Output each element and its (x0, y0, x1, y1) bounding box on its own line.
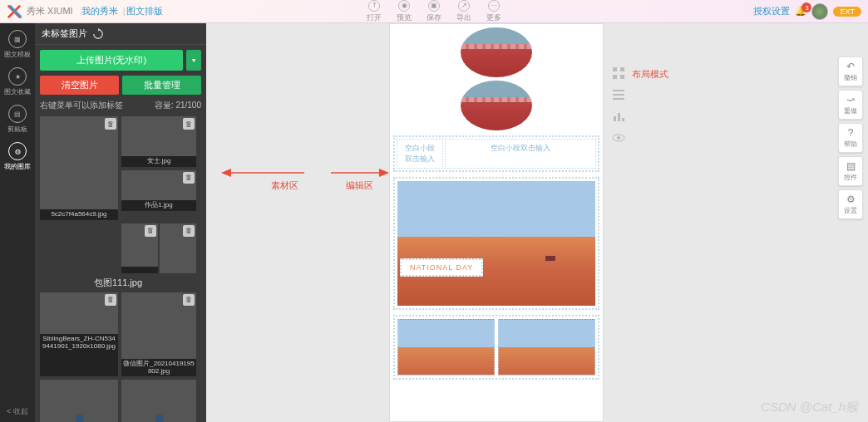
tool-export[interactable]: ↗导出 (456, 0, 471, 23)
svg-rect-9 (613, 94, 624, 96)
asset-item[interactable]: 🗑 (121, 223, 158, 273)
text-input-big[interactable]: 空白小段双击输入 (445, 139, 596, 169)
tool-save[interactable]: ▣保存 (427, 0, 441, 23)
batch-button[interactable]: 批量管理 (122, 76, 201, 95)
circle-image-2[interactable] (461, 81, 532, 130)
annotation-edit: 编辑区 (346, 179, 373, 192)
avatar[interactable] (811, 3, 828, 20)
svg-rect-4 (613, 67, 617, 71)
svg-marker-3 (379, 169, 389, 177)
refresh-icon[interactable] (92, 28, 104, 40)
brand-text: 秀米 XIUMI (27, 5, 73, 17)
asset-item[interactable]: 🗑微信图片_20210419195802.jpg (121, 292, 196, 377)
asset-item[interactable]: 🗑作品1.jpg (121, 170, 196, 211)
svg-rect-10 (613, 98, 624, 100)
main: ▦图文模板 ★图文收藏 ▤剪贴板 ◍我的图库 < 收起 未标签图片 上传图片(无… (0, 23, 868, 422)
panel-tip: 右键菜单可以添加标签 (40, 100, 123, 111)
article-editor[interactable]: 空白小段 双击输入 空白小段双击输入 NATIONAL DAY (389, 23, 604, 422)
left-rail: ▦图文模板 ★图文收藏 ▤剪贴板 ◍我的图库 < 收起 (0, 23, 35, 422)
asset-item[interactable]: 东野圭吾 盛夏方程式 (40, 380, 118, 422)
delete-icon[interactable]: 🗑 (105, 118, 116, 130)
svg-rect-11 (614, 116, 616, 121)
svg-rect-7 (620, 75, 624, 79)
tool-preview[interactable]: ◉预览 (397, 0, 412, 23)
annotation-material: 素材区 (271, 179, 298, 192)
logo-icon (7, 4, 22, 19)
rail-favorites[interactable]: ★图文收藏 (4, 64, 31, 100)
ext-pill: EXT (833, 7, 861, 17)
upload-dropdown[interactable]: ▾ (186, 50, 201, 71)
list-view-icon[interactable] (612, 88, 625, 101)
delete-icon[interactable]: 🗑 (105, 294, 116, 306)
eye-icon[interactable] (612, 131, 625, 145)
asset-item[interactable]: 🗑女士.jpg (121, 116, 196, 167)
panel-tab-untagged[interactable]: 未标签图片 (42, 27, 87, 40)
chart-icon[interactable] (612, 110, 625, 123)
svg-rect-13 (622, 118, 624, 121)
canvas-area: 排版方式库 素材区 编辑区 空白小段 双击输入 空白小段双击输入 NATIONA… (206, 23, 868, 422)
tool-open[interactable]: ⤒打开 (367, 0, 382, 23)
annotation-layout: 布局模式 (632, 68, 668, 81)
top-center-tools: ⤒打开 ◉预览 ▣保存 ↗导出 ⋯更多 (367, 0, 501, 23)
widgets-button[interactable]: ▤控件 (838, 156, 863, 186)
delete-icon[interactable]: 🗑 (183, 225, 195, 237)
side-tools (612, 66, 625, 145)
panel-tabs: 未标签图片 (35, 23, 206, 45)
top-bar: 秀米 XIUMI 我的秀米|图文排版 ⤒打开 ◉预览 ▣保存 ↗导出 ⋯更多 授… (0, 0, 868, 23)
redo-button[interactable]: ⤻重做 (838, 90, 863, 120)
link-editor[interactable]: 图文排版 (126, 6, 163, 16)
undo-button[interactable]: ↶撤销 (838, 56, 863, 86)
arrow-right-icon (331, 164, 389, 181)
svg-rect-8 (613, 90, 624, 91)
arrow-left-icon (221, 164, 304, 181)
delete-icon[interactable]: 🗑 (145, 225, 156, 237)
top-right: 授权设置 🔔3 EXT (753, 3, 861, 20)
rail-collapse[interactable]: < 收起 (7, 401, 28, 422)
svg-rect-6 (613, 75, 617, 79)
asset-item[interactable]: 🗑SiblingBears_ZH-CN5349441901_1920x1080.… (40, 292, 118, 377)
text-input-row: 空白小段 双击输入 空白小段双击输入 (393, 135, 599, 172)
photo-main[interactable] (397, 181, 595, 306)
rail-templates[interactable]: ▦图文模板 (4, 27, 31, 62)
delete-icon[interactable]: 🗑 (183, 118, 195, 130)
rail-clipboard[interactable]: ▤剪贴板 (4, 101, 31, 137)
panel-body: 上传图片(无水印) ▾ 清空图片 批量管理 右键菜单可以添加标签 容量: 21/… (35, 45, 206, 422)
svg-marker-1 (221, 169, 231, 177)
auth-settings-link[interactable]: 授权设置 (753, 5, 790, 17)
notification-bell-icon[interactable]: 🔔3 (795, 6, 806, 17)
asset-item[interactable]: 东野圭吾 盛夏方程式 (121, 380, 196, 422)
upload-button[interactable]: 上传图片(无水印) (40, 50, 183, 71)
delete-icon[interactable]: 🗑 (183, 172, 195, 184)
right-tools: ↶撤销 ⤻重做 ?帮助 ▤控件 ⚙设置 (838, 56, 863, 219)
photo-row (393, 315, 599, 380)
national-day-label[interactable]: NATIONAL DAY (400, 258, 483, 277)
photo-small-1[interactable] (397, 319, 495, 375)
top-links: 我的秀米|图文排版 (81, 5, 167, 17)
text-input-small[interactable]: 空白小段 双击输入 (397, 139, 443, 169)
photo-small-2[interactable] (498, 319, 595, 375)
settings-button[interactable]: ⚙设置 (838, 189, 863, 219)
circle-image-1[interactable] (461, 27, 532, 77)
grid-view-icon[interactable] (612, 66, 625, 80)
svg-rect-12 (618, 113, 620, 121)
delete-icon[interactable]: 🗑 (183, 294, 195, 306)
help-button[interactable]: ?帮助 (838, 123, 863, 153)
svg-point-15 (617, 136, 620, 140)
svg-rect-5 (620, 67, 624, 71)
asset-panel: 未标签图片 上传图片(无水印) ▾ 清空图片 批量管理 右键菜单可以添加标签 容… (35, 23, 206, 422)
notification-badge: 3 (801, 2, 811, 12)
asset-grid: 🗑5c2c7f4a564c9.jpg 🗑女士.jpg 🗑作品1.jpg 🗑 🗑 … (40, 116, 201, 422)
clear-button[interactable]: 清空图片 (40, 76, 119, 95)
asset-item[interactable]: 🗑 (160, 223, 196, 273)
rail-gallery[interactable]: ◍我的图库 (4, 139, 31, 174)
capacity: 容量: 21/100 (155, 100, 201, 111)
tool-more[interactable]: ⋯更多 (486, 0, 501, 23)
link-my[interactable]: 我的秀米 (81, 6, 118, 16)
photo-block[interactable]: NATIONAL DAY (393, 177, 599, 310)
asset-item[interactable]: 🗑5c2c7f4a564c9.jpg (40, 116, 118, 220)
